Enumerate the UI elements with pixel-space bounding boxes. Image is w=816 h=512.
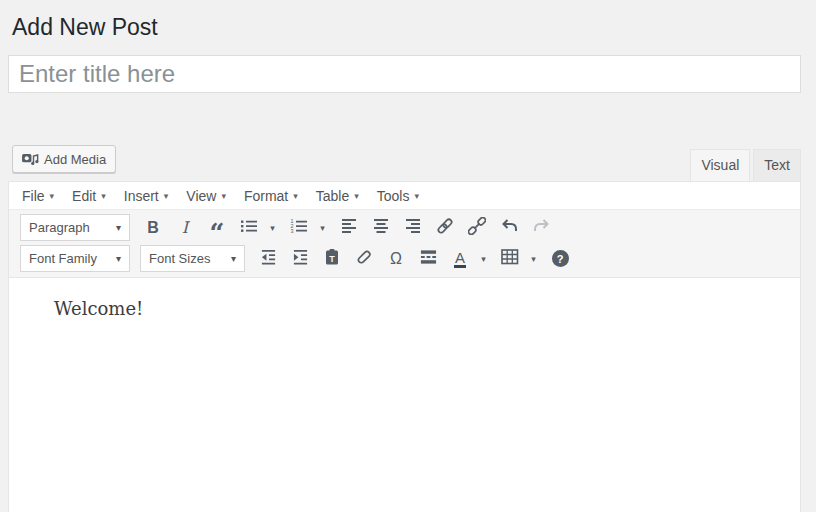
redo-icon — [533, 218, 550, 238]
post-title-input[interactable] — [8, 55, 801, 93]
help-icon: ? — [552, 250, 569, 267]
numbered-list-icon: 1 2 3 — [290, 219, 308, 237]
text-color-button[interactable]: A — [445, 245, 475, 273]
chevron-down-icon: ▾ — [101, 191, 106, 201]
text-color-icon: A — [454, 250, 466, 268]
special-character-button[interactable]: Ω — [381, 245, 411, 273]
toolbar-row-1: Paragraph ▾ B I “ — [9, 212, 800, 243]
align-left-icon — [341, 218, 357, 238]
outdent-icon — [260, 249, 277, 269]
align-center-button[interactable] — [366, 214, 396, 242]
chevron-down-icon: ▾ — [293, 191, 298, 201]
outdent-button[interactable] — [253, 245, 283, 273]
italic-icon: I — [182, 218, 188, 237]
chevron-down-icon: ▾ — [164, 191, 169, 201]
tab-visual[interactable]: Visual — [690, 149, 750, 181]
add-new-post-page: Add New Post Add Media Visual Text Fil — [0, 12, 816, 512]
unlink-icon — [468, 217, 486, 239]
editor-top-bar: Add Media Visual Text — [8, 145, 801, 181]
align-left-button[interactable] — [334, 214, 364, 242]
editor-toolbars: Paragraph ▾ B I “ — [9, 210, 800, 278]
editor-paragraph: Welcome! — [54, 296, 780, 322]
toolbar-row-2: Font Family ▾ Font Sizes ▾ — [9, 243, 800, 274]
eraser-icon — [355, 248, 373, 270]
chevron-down-icon: ▾ — [354, 191, 359, 201]
redo-button[interactable] — [526, 214, 556, 242]
chevron-down-icon: ▾ — [320, 223, 325, 233]
numbered-list-options-button[interactable]: ▾ — [313, 214, 332, 242]
menu-file[interactable]: File ▾ — [13, 184, 63, 208]
menu-format-label: Format — [244, 188, 288, 204]
paste-as-text-icon: T — [323, 248, 341, 270]
insert-link-button[interactable] — [430, 214, 460, 242]
menu-view[interactable]: View ▾ — [177, 184, 235, 208]
menu-insert-label: Insert — [124, 188, 159, 204]
editor-mode-tabs: Visual Text — [687, 149, 801, 181]
add-media-label: Add Media — [44, 152, 106, 167]
svg-text:T: T — [329, 253, 335, 263]
remove-link-button[interactable] — [462, 214, 492, 242]
menu-view-label: View — [186, 188, 216, 204]
text-color-options-button[interactable]: ▾ — [474, 245, 493, 273]
svg-text:3: 3 — [290, 228, 293, 233]
link-icon — [436, 217, 454, 239]
font-sizes-value: Font Sizes — [149, 251, 210, 266]
undo-icon — [501, 218, 518, 238]
menu-format[interactable]: Format ▾ — [235, 184, 307, 208]
help-button[interactable]: ? — [545, 245, 575, 273]
table-options-button[interactable]: ▾ — [524, 245, 543, 273]
align-center-icon — [373, 218, 389, 238]
menu-tools-label: Tools — [377, 188, 410, 204]
chevron-down-icon: ▾ — [116, 222, 121, 233]
chevron-down-icon: ▾ — [270, 223, 275, 233]
menu-edit[interactable]: Edit ▾ — [63, 184, 115, 208]
italic-button[interactable]: I — [170, 214, 200, 242]
blockquote-icon: “ — [210, 228, 225, 238]
table-icon — [501, 249, 519, 269]
chevron-down-icon: ▾ — [531, 254, 536, 264]
blockquote-button[interactable]: “ — [202, 214, 232, 242]
media-icon — [22, 152, 39, 167]
chevron-down-icon: ▾ — [231, 253, 236, 264]
paragraph-format-value: Paragraph — [29, 220, 90, 235]
font-family-value: Font Family — [29, 251, 97, 266]
bullet-list-button[interactable] — [234, 214, 264, 242]
menu-table-label: Table — [316, 188, 349, 204]
paste-as-text-button[interactable]: T — [317, 245, 347, 273]
indent-button[interactable] — [285, 245, 315, 273]
font-sizes-dropdown[interactable]: Font Sizes ▾ — [140, 245, 245, 272]
menu-file-label: File — [22, 188, 45, 204]
page-title: Add New Post — [12, 12, 801, 42]
clear-formatting-button[interactable] — [349, 245, 379, 273]
indent-icon — [292, 249, 309, 269]
chevron-down-icon: ▾ — [221, 191, 226, 201]
editor-menubar: File ▾ Edit ▾ Insert ▾ View ▾ Format ▾ T… — [9, 182, 800, 210]
chevron-down-icon: ▾ — [50, 191, 55, 201]
menu-table[interactable]: Table ▾ — [307, 184, 368, 208]
read-more-icon — [420, 249, 437, 269]
align-right-button[interactable] — [398, 214, 428, 242]
bullet-list-options-button[interactable]: ▾ — [263, 214, 282, 242]
menu-insert[interactable]: Insert ▾ — [115, 184, 178, 208]
editor-container: File ▾ Edit ▾ Insert ▾ View ▾ Format ▾ T… — [8, 181, 801, 512]
menu-tools[interactable]: Tools ▾ — [368, 184, 428, 208]
omega-icon: Ω — [390, 250, 402, 268]
align-right-icon — [405, 218, 421, 238]
table-button[interactable] — [495, 245, 525, 273]
font-family-dropdown[interactable]: Font Family ▾ — [20, 245, 130, 272]
undo-button[interactable] — [494, 214, 524, 242]
bullet-list-icon — [240, 219, 258, 237]
tab-text[interactable]: Text — [753, 149, 801, 181]
menu-edit-label: Edit — [72, 188, 96, 204]
chevron-down-icon: ▾ — [481, 254, 486, 264]
bold-button[interactable]: B — [138, 214, 168, 242]
numbered-list-button[interactable]: 1 2 3 — [284, 214, 314, 242]
bold-icon: B — [147, 219, 159, 237]
chevron-down-icon: ▾ — [414, 191, 419, 201]
editor-content-area[interactable]: Welcome! — [9, 278, 800, 512]
chevron-down-icon: ▾ — [116, 253, 121, 264]
add-media-button[interactable]: Add Media — [12, 145, 116, 173]
insert-read-more-button[interactable] — [413, 245, 443, 273]
paragraph-format-dropdown[interactable]: Paragraph ▾ — [20, 214, 130, 241]
